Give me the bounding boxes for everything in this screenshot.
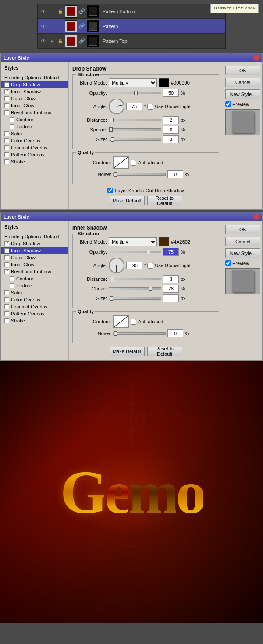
size-slider[interactable]	[109, 138, 161, 141]
anti-aliased-checkbox[interactable]	[131, 160, 136, 166]
sidebar-item-outer-glow[interactable]: Outer Glow	[1, 95, 68, 102]
sidebar-item-2-satin[interactable]: Satin	[1, 289, 68, 296]
new-style-button-1[interactable]: New Style...	[225, 89, 260, 99]
checkbox-bevel-emboss[interactable]	[4, 110, 9, 115]
sidebar-item-2-drop-shadow[interactable]: Drop Shadow	[1, 240, 68, 247]
checkbox-2-inner-shadow[interactable]	[4, 248, 9, 253]
expand-arrow-icon[interactable]: ▶	[49, 38, 55, 44]
checkbox-stroke[interactable]	[4, 159, 9, 164]
distance-input-2[interactable]: 3	[163, 275, 179, 283]
checkbox-2-gradient-overlay[interactable]	[4, 304, 9, 309]
knock-out-checkbox[interactable]	[107, 188, 113, 193]
sidebar-item-color-overlay[interactable]: Color Overlay	[1, 137, 68, 144]
checkbox-2-stroke[interactable]	[4, 318, 9, 323]
sidebar-item-inner-glow[interactable]: Inner Glow	[1, 102, 68, 109]
opacity-input-2[interactable]: 75	[163, 248, 179, 256]
contour-thumb-2[interactable]	[113, 315, 129, 328]
distance-slider[interactable]	[109, 119, 161, 121]
opacity-input[interactable]: 50	[163, 89, 179, 97]
sidebar-item-2-inner-glow[interactable]: Inner Glow	[1, 261, 68, 268]
sidebar-item-texture[interactable]: Texture	[1, 123, 68, 130]
checkbox-color-overlay[interactable]	[4, 138, 9, 143]
make-default-button[interactable]: Make Default	[110, 196, 145, 205]
global-light-checkbox-2[interactable]	[147, 263, 153, 269]
sidebar-item-2-color-overlay[interactable]: Color Overlay	[1, 296, 68, 303]
noise-input-2[interactable]: 0	[167, 329, 183, 337]
sidebar-item-2-outer-glow[interactable]: Outer Glow	[1, 254, 68, 261]
distance-slider-2[interactable]	[109, 278, 161, 280]
noise-slider-2[interactable]	[113, 332, 166, 335]
checkbox-2-texture[interactable]	[10, 283, 14, 288]
sidebar-item-blending[interactable]: Blending Options: Default	[1, 74, 68, 81]
noise-input[interactable]: 0	[167, 170, 183, 178]
checkbox-contour[interactable]	[10, 117, 14, 122]
preview-checkbox-2[interactable]	[225, 260, 231, 266]
opacity-thumb[interactable]	[134, 91, 138, 95]
reset-default-button[interactable]: Reset to Default	[147, 196, 182, 205]
anti-aliased-label[interactable]: Anti-aliased	[131, 160, 163, 166]
spread-input[interactable]: 0	[163, 126, 179, 134]
sidebar-item-2-pattern-overlay[interactable]: Pattern Overlay	[1, 310, 68, 317]
color-swatch[interactable]	[159, 78, 169, 87]
checkbox-2-bevel-emboss[interactable]	[4, 269, 9, 274]
opacity-slider-2[interactable]	[109, 251, 161, 253]
ok-button-1[interactable]: OK	[225, 66, 260, 75]
checkbox-2-outer-glow[interactable]	[4, 255, 9, 260]
sidebar-item-gradient-overlay[interactable]: Gradient Overlay	[1, 144, 68, 151]
sidebar-item-bevel-emboss[interactable]: Bevel and Emboss	[1, 109, 68, 116]
checkbox-outer-glow[interactable]	[4, 96, 9, 101]
angle-input-2[interactable]: -90	[126, 262, 142, 269]
checkbox-2-contour[interactable]	[10, 276, 14, 281]
global-light-checkbox[interactable]	[147, 104, 153, 110]
blend-mode-select[interactable]: Multiply	[109, 78, 157, 87]
eye-icon[interactable]: 👁	[39, 7, 47, 15]
close-icon-2[interactable]	[253, 214, 259, 220]
spread-thumb[interactable]	[109, 127, 113, 132]
cancel-button-1[interactable]: Cancel	[225, 78, 260, 87]
distance-input[interactable]: 2	[163, 116, 179, 124]
sidebar-item-2-gradient-overlay[interactable]: Gradient Overlay	[1, 303, 68, 310]
reset-default-button-2[interactable]: Reset to Default	[147, 347, 182, 356]
size-input[interactable]: 3	[163, 135, 179, 143]
sidebar-item-2-stroke[interactable]: Stroke	[1, 317, 68, 324]
preview-checkbox-1[interactable]	[225, 101, 231, 107]
choke-input[interactable]: 78	[163, 285, 179, 293]
anti-aliased-checkbox-2[interactable]	[131, 319, 136, 325]
distance-thumb-2[interactable]	[111, 277, 114, 281]
sidebar-item-pattern-overlay[interactable]: Pattern Overlay	[1, 151, 68, 158]
size-thumb[interactable]	[111, 137, 114, 142]
sidebar-item-2-blending[interactable]: Blending Options: Default	[1, 233, 68, 240]
choke-thumb[interactable]	[149, 287, 152, 291]
checkbox-pattern-overlay[interactable]	[4, 152, 9, 157]
sidebar-item-2-inner-shadow[interactable]: Inner Shadow	[1, 247, 68, 254]
eye-icon[interactable]: 👁	[39, 37, 47, 45]
checkbox-inner-glow[interactable]	[4, 103, 9, 108]
sidebar-item-satin[interactable]: Satin	[1, 130, 68, 137]
angle-dial[interactable]	[109, 99, 124, 114]
checkbox-2-color-overlay[interactable]	[4, 297, 9, 302]
sidebar-item-contour[interactable]: Contour	[1, 116, 68, 123]
close-icon[interactable]	[253, 55, 259, 61]
angle-input[interactable]: 75	[126, 103, 142, 110]
angle-dial-2[interactable]	[109, 258, 124, 273]
checkbox-2-drop-shadow[interactable]	[4, 241, 9, 246]
noise-thumb-2[interactable]	[114, 331, 117, 336]
anti-aliased-label-2[interactable]: Anti-aliased	[131, 319, 163, 325]
choke-slider[interactable]	[109, 287, 161, 290]
checkbox-inner-shadow[interactable]	[4, 89, 9, 94]
make-default-button-2[interactable]: Make Default	[110, 347, 145, 356]
sidebar-item-drop-shadow[interactable]: Drop Shadow	[1, 81, 68, 88]
noise-slider[interactable]	[113, 173, 166, 176]
contour-thumb[interactable]	[113, 156, 129, 169]
checkbox-2-inner-glow[interactable]	[4, 262, 9, 267]
blend-mode-select-2[interactable]: Multiply	[109, 237, 157, 246]
noise-thumb[interactable]	[114, 172, 117, 177]
new-style-button-2[interactable]: New Style...	[225, 248, 260, 258]
cancel-button-2[interactable]: Cancel	[225, 237, 260, 246]
checkbox-2-satin[interactable]	[4, 290, 9, 295]
eye-icon[interactable]: 👁	[39, 22, 47, 30]
global-light-label[interactable]: Use Global Light	[147, 104, 190, 110]
distance-thumb[interactable]	[110, 118, 114, 122]
sidebar-item-stroke[interactable]: Stroke	[1, 158, 68, 165]
checkbox-drop-shadow[interactable]	[4, 82, 9, 87]
